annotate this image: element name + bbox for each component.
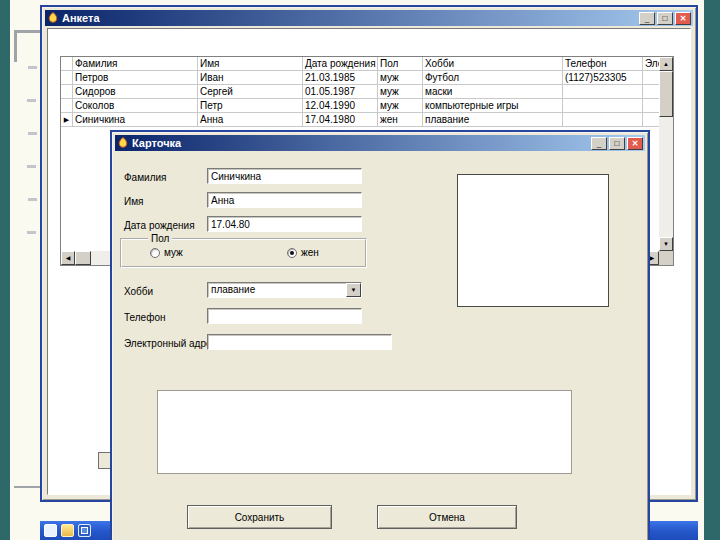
slide-text-fragment (28, 66, 37, 69)
notes-memo-field[interactable] (157, 390, 572, 474)
email-field[interactable] (207, 334, 392, 350)
photo-image-box (457, 174, 609, 307)
radio-female-label: жен (301, 247, 319, 258)
name-label: Имя (124, 196, 143, 207)
vertical-scroll-track[interactable] (659, 117, 673, 237)
birthdate-field[interactable] (207, 216, 362, 232)
maximize-icon[interactable]: □ (609, 137, 625, 150)
grid-cell[interactable]: (1127)523305 (563, 71, 643, 85)
phone-field[interactable] (207, 308, 362, 324)
dialog-titlebar[interactable]: Карточка _ □ ✕ (115, 135, 645, 151)
grid-cell[interactable]: 01.05.1987 (303, 85, 378, 99)
grid-cell[interactable]: плавание (423, 113, 563, 127)
grid-cell[interactable]: муж (378, 85, 423, 99)
slide-text-fragment (27, 165, 36, 168)
save-button[interactable]: Сохранить (187, 505, 332, 529)
grid-cell[interactable] (563, 113, 643, 127)
grid-header-cell: Дата рождения (303, 57, 378, 71)
grid-row-current[interactable]: ▶ Синичкина Анна 17.04.1980 жен плавание (61, 113, 659, 127)
slide-text-fragment (28, 198, 37, 201)
grid-row[interactable]: Петров Иван 21.03.1985 муж Футбол (1127)… (61, 71, 659, 85)
surname-label: Фамилия (124, 172, 166, 183)
name-field[interactable] (207, 192, 362, 208)
grid-cell[interactable]: Петр (198, 99, 303, 113)
slide-left-accent-bar (0, 0, 10, 540)
radio-female[interactable] (287, 248, 297, 258)
slide-background: Анкета _ □ ✕ Фамилия Имя Дата рождения П… (0, 0, 720, 540)
hobby-label: Хобби (124, 286, 153, 297)
hobby-combobox[interactable]: плавание ▼ (207, 282, 362, 298)
gender-group-label: Пол (148, 233, 172, 244)
grid-cell[interactable]: Сергей (198, 85, 303, 99)
quick-launch-icon-2[interactable] (61, 524, 74, 537)
grid-header-cell: Хобби (423, 57, 563, 71)
grid-indicator-cell (61, 85, 73, 99)
dialog-title: Карточка (132, 137, 588, 149)
birthdate-label: Дата рождения (124, 220, 195, 231)
delphi-flame-icon (117, 137, 129, 149)
grid-cell[interactable]: Анна (198, 113, 303, 127)
grid-cell[interactable] (563, 85, 643, 99)
scroll-down-icon[interactable]: ▼ (659, 237, 673, 251)
delphi-flame-icon (47, 12, 59, 24)
grid-header-row: Фамилия Имя Дата рождения Пол Хобби Теле… (61, 57, 659, 71)
grid-header-indicator (61, 57, 73, 71)
grid-cell[interactable]: 12.04.1990 (303, 99, 378, 113)
combo-dropdown-icon[interactable]: ▼ (346, 283, 361, 297)
grid-header-cell: Пол (378, 57, 423, 71)
current-record-icon: ▶ (61, 113, 73, 127)
slide-text-fragment (27, 99, 36, 102)
grid-cell[interactable]: муж (378, 99, 423, 113)
grid-cell[interactable]: 17.04.1980 (303, 113, 378, 127)
radio-male-label: муж (164, 247, 183, 258)
grid-cell[interactable] (643, 85, 659, 99)
slide-text-fragment (27, 231, 36, 234)
main-window-title: Анкета (62, 12, 636, 24)
card-dialog: Карточка _ □ ✕ Фамилия Имя Дата рождения… (110, 130, 650, 540)
grid-cell[interactable]: жен (378, 113, 423, 127)
scroll-left-icon[interactable]: ◀ (61, 251, 75, 265)
email-label: Электронный адрес (124, 338, 217, 349)
slide-text-fragment (28, 132, 37, 135)
grid-cell[interactable] (643, 71, 659, 85)
grid-header-cell: Элект (643, 57, 659, 71)
scrollbar-corner (659, 251, 673, 265)
surname-field[interactable] (207, 168, 362, 184)
grid-header-cell: Телефон (563, 57, 643, 71)
close-icon[interactable]: ✕ (675, 12, 691, 25)
maximize-icon[interactable]: □ (657, 12, 673, 25)
quick-launch-icon-1[interactable] (44, 524, 57, 537)
hobby-value: плавание (208, 283, 346, 297)
grid-cell[interactable]: маски (423, 85, 563, 99)
grid-cell[interactable]: муж (378, 71, 423, 85)
grid-row[interactable]: Соколов Петр 12.04.1990 муж компьютерные… (61, 99, 659, 113)
cancel-button[interactable]: Отмена (377, 505, 517, 529)
grid-cell[interactable] (643, 99, 659, 113)
grid-header-cell: Имя (198, 57, 303, 71)
grid-row[interactable]: Сидоров Сергей 01.05.1987 муж маски (61, 85, 659, 99)
grid-indicator-cell (61, 99, 73, 113)
radio-male[interactable] (150, 248, 160, 258)
horizontal-scroll-thumb[interactable] (75, 251, 91, 265)
close-icon[interactable]: ✕ (627, 137, 643, 150)
minimize-icon[interactable]: _ (639, 12, 655, 25)
grid-cell[interactable]: Сидоров (73, 85, 198, 99)
gender-groupbox: Пол муж жен (120, 238, 367, 268)
grid-cell[interactable] (643, 113, 659, 127)
grid-cell[interactable]: компьютерные игры (423, 99, 563, 113)
grid-cell[interactable]: 21.03.1985 (303, 71, 378, 85)
grid-cell[interactable] (563, 99, 643, 113)
phone-label: Телефон (124, 312, 165, 323)
grid-cell[interactable]: Синичкина (73, 113, 198, 127)
grid-cell[interactable]: Соколов (73, 99, 198, 113)
minimize-icon[interactable]: _ (591, 137, 607, 150)
scroll-up-icon[interactable]: ▲ (659, 57, 673, 71)
grid-indicator-cell (61, 71, 73, 85)
vertical-scroll-thumb[interactable] (659, 71, 673, 117)
grid-cell[interactable]: Иван (198, 71, 303, 85)
show-desktop-icon[interactable] (78, 524, 91, 537)
grid-cell[interactable]: Футбол (423, 71, 563, 85)
main-window-titlebar[interactable]: Анкета _ □ ✕ (45, 10, 693, 26)
grid-vertical-scrollbar[interactable]: ▲ ▼ (659, 57, 673, 251)
grid-cell[interactable]: Петров (73, 71, 198, 85)
